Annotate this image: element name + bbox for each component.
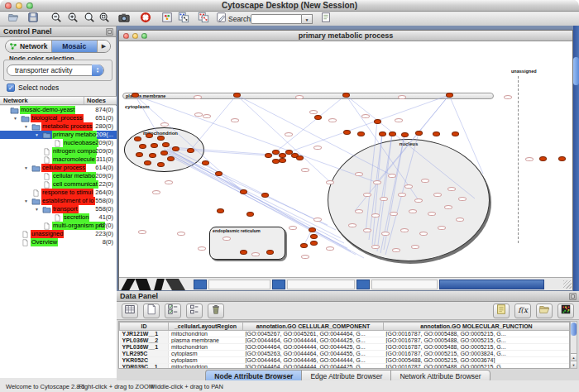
graph-node-label[interactable] (361, 114, 370, 118)
network-tree-row[interactable]: nitrogen compo209(0) (0, 147, 117, 155)
graph-node[interactable] (261, 193, 269, 198)
graph-node-label[interactable] (409, 209, 417, 213)
graph-node-label[interactable] (313, 218, 322, 222)
graph-node-label[interactable] (438, 226, 446, 230)
column-header[interactable]: _cellularLayoutRegion (169, 323, 243, 331)
select-attributes-button[interactable] (165, 304, 181, 318)
network-tree-row[interactable]: Overview8(0) (0, 238, 117, 246)
tab-mosaic[interactable]: Mosaic (52, 41, 98, 52)
graph-node-label[interactable] (138, 230, 146, 234)
graph-node[interactable] (446, 93, 453, 98)
function-builder-button[interactable]: f(x) (514, 304, 531, 318)
graph-node[interactable] (539, 156, 547, 161)
zoom-in-button[interactable] (65, 12, 81, 26)
graph-node[interactable] (233, 93, 241, 98)
graph-node-label[interactable] (380, 197, 388, 201)
graph-node-label[interactable] (165, 180, 173, 184)
scrollbar-thumb[interactable] (573, 57, 579, 85)
graph-node[interactable] (433, 131, 440, 136)
graph-node-label[interactable] (326, 180, 334, 184)
graph-node[interactable] (160, 151, 168, 155)
graph-node-label[interactable] (152, 190, 160, 194)
enhanced-search-button[interactable] (318, 12, 334, 26)
open-session-button[interactable] (5, 12, 22, 26)
network-tree-row[interactable]: ▼establishment of lo558(0) (0, 197, 117, 205)
graph-node-label[interactable] (398, 95, 406, 99)
graph-node[interactable] (310, 241, 318, 246)
graph-node[interactable] (144, 160, 151, 165)
graph-node-label[interactable] (414, 198, 423, 203)
graph-node-label[interactable] (355, 209, 363, 213)
graph-node[interactable] (558, 156, 566, 161)
snapshot-button[interactable] (116, 12, 132, 26)
graph-node-label[interactable] (428, 212, 436, 216)
graph-node-label[interactable] (289, 226, 297, 230)
graph-node[interactable] (389, 131, 396, 136)
graph-node[interactable] (309, 227, 316, 232)
window-titlebar[interactable]: Cytoscape Desktop (New Session) (0, 0, 579, 12)
graph-node-label[interactable] (419, 232, 428, 236)
table-row[interactable]: YKR052Ccytoplasm[GO:0044464, GO:0044446,… (120, 357, 570, 364)
graph-node[interactable] (357, 131, 365, 136)
graph-node[interactable] (401, 132, 409, 137)
graph-node-label[interactable] (392, 248, 400, 252)
graph-node-label[interactable] (458, 197, 467, 201)
graph-node[interactable] (300, 243, 308, 248)
network-tree-row[interactable]: ▼cellular process614(0) (0, 164, 117, 172)
graph-node-label[interactable] (223, 237, 231, 241)
graph-node-label[interactable] (194, 112, 203, 117)
save-session-button[interactable] (25, 12, 41, 26)
graph-node[interactable] (215, 171, 223, 176)
graph-node[interactable] (172, 146, 179, 151)
attribute-editor-button[interactable] (493, 304, 510, 318)
select-nodes-checkbox[interactable]: ✓ (7, 84, 15, 92)
graph-node-label[interactable] (371, 213, 380, 218)
network-tree-row[interactable]: mosaic-demo-yeast874(0) (0, 106, 117, 114)
graph-node-label[interactable] (371, 245, 380, 249)
search-options-button[interactable]: ▼ (302, 14, 313, 24)
graph-node[interactable] (136, 152, 143, 157)
attribute-table-button[interactable] (122, 304, 138, 318)
graph-node[interactable] (272, 159, 280, 164)
graph-node[interactable] (314, 115, 322, 120)
graph-node-label[interactable] (456, 218, 464, 222)
network-tree-row[interactable]: cell communicat22(0) (0, 180, 117, 189)
zoom-selected-region-button[interactable] (96, 12, 112, 26)
graph-node-label[interactable] (504, 95, 512, 99)
graph-node[interactable] (149, 153, 156, 158)
graph-node[interactable] (240, 189, 247, 194)
expand-arrow-icon[interactable]: ▼ (24, 164, 28, 172)
graph-node[interactable] (266, 250, 274, 255)
graph-node[interactable] (310, 234, 318, 239)
attribute-matrix-button[interactable] (557, 304, 574, 318)
graph-node-label[interactable] (203, 114, 211, 118)
graph-node-label[interactable] (381, 232, 390, 236)
table-row[interactable]: YPL036W__1mitochondrion[GO:0044464, GO:0… (120, 344, 570, 351)
graph-node-label[interactable] (285, 132, 293, 136)
cytopanel-button[interactable] (159, 12, 175, 26)
tab-scroll-right-icon[interactable]: ▶ (98, 41, 110, 52)
network-tree-row[interactable]: ▼biological_process651(0) (0, 114, 117, 122)
graph-node-label[interactable] (363, 193, 371, 197)
network-tree-row[interactable]: ▼primary metabo209(... (0, 131, 117, 139)
graph-node-label[interactable] (404, 184, 413, 189)
network-tree-row[interactable]: response to stimul264(0) (0, 189, 117, 197)
tab-network[interactable]: Network (6, 41, 52, 52)
graph-node-label[interactable] (309, 110, 318, 114)
table-scrollbar-thumb[interactable] (571, 323, 577, 336)
graph-node-label[interactable] (326, 246, 334, 251)
graph-node[interactable] (134, 136, 141, 141)
graph-node-label[interactable] (177, 232, 185, 236)
graph-node-label[interactable] (421, 179, 429, 183)
import-attributes-button[interactable] (536, 304, 553, 318)
graph-node-label[interactable] (194, 95, 202, 99)
graph-node[interactable] (187, 148, 194, 153)
delete-attribute-button[interactable] (208, 304, 224, 318)
zoom-fit-button[interactable] (81, 12, 98, 26)
expand-arrow-icon[interactable]: ▼ (24, 197, 28, 205)
graph-node-label[interactable] (301, 255, 309, 259)
table-row[interactable]: YLR295Ccytoplasm[GO:0045263, GO:0044464,… (120, 351, 570, 357)
graph-node-label[interactable] (251, 252, 260, 256)
merge-networks-red-button[interactable] (195, 12, 212, 26)
resize-grip-icon[interactable] (563, 280, 572, 289)
